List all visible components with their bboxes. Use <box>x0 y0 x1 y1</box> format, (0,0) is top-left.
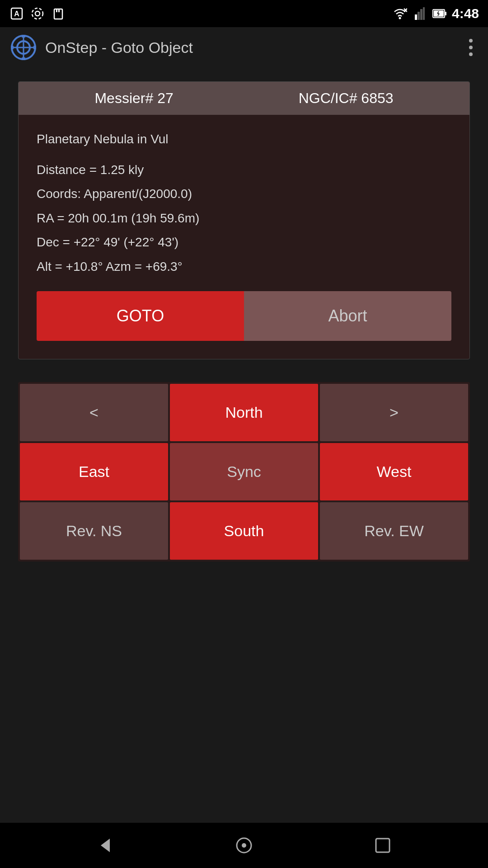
battery-icon <box>432 6 447 21</box>
object-description: Planetary Nebula in Vul <box>37 128 451 150</box>
goto-button[interactable]: GOTO <box>37 291 244 341</box>
status-bar: A <box>0 0 488 27</box>
coords-info: Coords: Apparent/(J2000.0) <box>37 183 451 205</box>
svg-rect-5 <box>56 9 57 12</box>
wifi-off-icon <box>392 6 408 21</box>
north-button[interactable]: North <box>170 384 318 441</box>
info-card-header: Messier# 27 NGC/IC# 6853 <box>19 82 469 115</box>
south-button[interactable]: South <box>170 502 318 560</box>
info-card: Messier# 27 NGC/IC# 6853 Planetary Nebul… <box>18 81 470 359</box>
settings-icon <box>30 6 45 21</box>
action-buttons: GOTO Abort <box>37 291 451 341</box>
svg-point-7 <box>399 17 401 19</box>
app-logo-icon <box>11 35 36 60</box>
overflow-dot-2 <box>469 46 473 49</box>
a-icon: A <box>9 6 24 21</box>
nav-bar <box>0 823 488 868</box>
sdcard-icon <box>51 6 66 21</box>
right-button[interactable]: > <box>320 384 468 441</box>
svg-point-2 <box>35 11 40 16</box>
back-nav-button[interactable] <box>92 832 119 859</box>
rev-ns-button[interactable]: Rev. NS <box>20 502 168 560</box>
east-button[interactable]: East <box>20 443 168 500</box>
direction-pad: < North > East Sync West Rev. NS South R… <box>18 382 470 561</box>
rev-ew-button[interactable]: Rev. EW <box>320 502 468 560</box>
overflow-dot-1 <box>469 39 473 42</box>
alt-azm-info: Alt = +10.8° Azm = +69.3° <box>37 256 451 278</box>
distance-info: Distance = 1.25 kly <box>37 159 451 181</box>
signal-icon <box>412 6 427 21</box>
ra-info: RA = 20h 00.1m (19h 59.6m) <box>37 208 451 229</box>
svg-rect-24 <box>22 35 25 38</box>
overflow-menu-button[interactable] <box>465 34 477 61</box>
svg-rect-31 <box>376 839 389 852</box>
svg-rect-12 <box>420 9 422 20</box>
ngcic-label: NGC/IC# 6853 <box>299 90 394 107</box>
svg-rect-13 <box>423 7 425 20</box>
svg-rect-25 <box>22 57 25 60</box>
svg-point-30 <box>242 843 246 848</box>
messier-label: Messier# 27 <box>94 90 173 107</box>
abort-button[interactable]: Abort <box>244 291 451 341</box>
svg-rect-26 <box>11 46 14 49</box>
svg-rect-10 <box>415 14 417 20</box>
status-left-icons: A <box>9 6 66 21</box>
svg-rect-15 <box>445 12 446 15</box>
svg-rect-27 <box>33 46 36 49</box>
info-card-body: Planetary Nebula in Vul Distance = 1.25 … <box>19 115 469 359</box>
sync-button[interactable]: Sync <box>170 443 318 500</box>
app-bar-left: OnStep - Goto Object <box>11 35 193 60</box>
home-nav-button[interactable] <box>230 832 258 859</box>
app-title: OnStep - Goto Object <box>45 39 193 57</box>
status-right-icons: 4:48 <box>392 6 479 21</box>
main-content: Messier# 27 NGC/IC# 6853 Planetary Nebul… <box>0 68 488 823</box>
overflow-dot-3 <box>469 52 473 56</box>
left-button[interactable]: < <box>20 384 168 441</box>
svg-point-3 <box>32 8 43 19</box>
svg-rect-11 <box>418 12 420 20</box>
recents-nav-button[interactable] <box>369 832 396 859</box>
svg-text:A: A <box>14 10 19 18</box>
dec-info: Dec = +22° 49' (+22° 43') <box>37 231 451 253</box>
status-time: 4:48 <box>452 6 479 21</box>
west-button[interactable]: West <box>320 443 468 500</box>
svg-rect-6 <box>58 9 60 12</box>
svg-marker-28 <box>101 839 110 852</box>
app-bar: OnStep - Goto Object <box>0 27 488 68</box>
